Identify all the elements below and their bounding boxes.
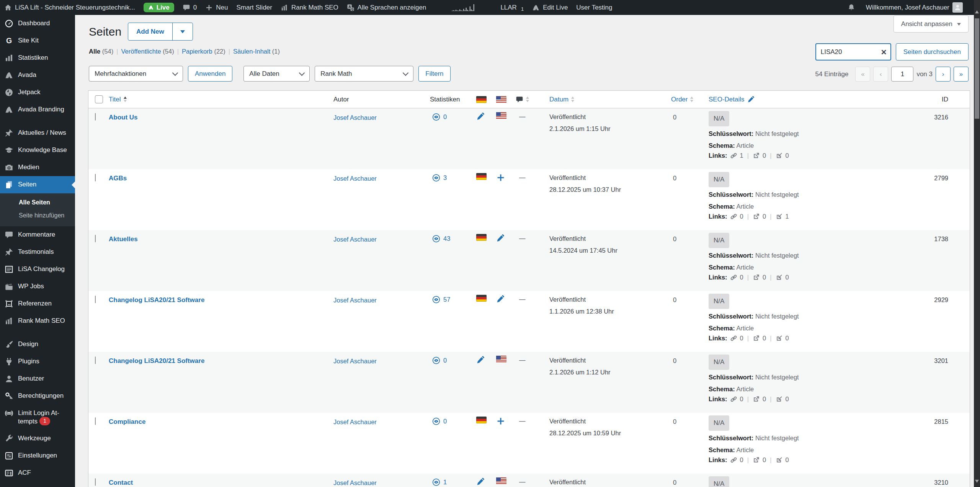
views-stat[interactable]: 0 — [432, 417, 447, 425]
author-link[interactable]: Josef Aschauer — [333, 479, 377, 486]
select-all-checkbox[interactable] — [95, 95, 103, 103]
views-stat[interactable]: 1 — [432, 478, 447, 486]
page-title-link[interactable]: Changelog LiSA20/21 Software — [109, 357, 204, 364]
llar-menu[interactable]: LLAR 1 — [496, 0, 528, 15]
sidebar-item-statistiken[interactable]: Statistiken — [0, 49, 75, 67]
row-checkbox[interactable] — [95, 356, 96, 364]
sidebar-item-referenzen[interactable]: Referenzen — [0, 295, 75, 312]
column-comments[interactable] — [516, 91, 529, 108]
sidebar-item-rank-math-seo[interactable]: Rank Math SEO — [0, 312, 75, 330]
sidebar-item-berechtigungen[interactable]: Berechtigungen — [0, 387, 75, 405]
author-link[interactable]: Josef Aschauer — [333, 297, 377, 304]
sidebar-item-plugins[interactable]: Plugins — [0, 353, 75, 370]
author-link[interactable]: Josef Aschauer — [333, 358, 377, 364]
page-title-link[interactable]: About Us — [109, 114, 138, 121]
sidebar-item-medien[interactable]: Medien — [0, 159, 75, 176]
views-stat[interactable]: 57 — [432, 296, 450, 304]
user-testing-menu[interactable]: User Testing — [572, 0, 616, 15]
page-title-link[interactable]: AGBs — [109, 175, 127, 182]
add-new-button[interactable]: Add New — [128, 23, 172, 40]
languages-menu[interactable]: Alle Sprachen anzeigen — [343, 0, 431, 15]
edit-live-menu[interactable]: Edit Live — [528, 0, 572, 15]
my-account-menu[interactable]: Willkommen, Josef Aschauer — [862, 2, 967, 13]
row-checkbox[interactable] — [95, 296, 96, 303]
screen-options-button[interactable]: Ansicht anpassen — [893, 15, 969, 33]
submenu-item-seite-hinzuf-gen[interactable]: Seite hinzufügen — [0, 209, 75, 222]
notifications-bell[interactable] — [843, 4, 859, 11]
scroll-down-icon[interactable] — [975, 480, 979, 485]
view-filter-papierkorb[interactable]: Papierkorb (22) — [182, 48, 225, 55]
column-order[interactable]: Order — [671, 91, 693, 108]
rank-math-menu[interactable]: Rank Math SEO — [276, 0, 343, 15]
sidebar-item-dashboard[interactable]: Dashboard — [0, 15, 75, 32]
column-date[interactable]: Datum — [549, 91, 574, 108]
add-translation-icon[interactable] — [496, 173, 505, 182]
edit-translation-icon[interactable] — [476, 112, 485, 121]
page-title-link[interactable]: Contact — [109, 479, 133, 486]
author-link[interactable]: Josef Aschauer — [333, 418, 377, 425]
views-stat[interactable]: 0 — [432, 113, 447, 121]
row-checkbox[interactable] — [95, 478, 96, 486]
sidebar-item-lisa-changelog[interactable]: LiSA Changelog — [0, 261, 75, 278]
stats-sparkline[interactable] — [430, 0, 496, 15]
edit-translation-icon[interactable] — [496, 234, 505, 242]
edit-translation-icon[interactable] — [476, 356, 485, 364]
new-content-menu[interactable]: Neu — [201, 0, 232, 15]
column-seo[interactable]: SEO-Details — [709, 91, 755, 108]
scrollbar-thumb[interactable] — [975, 18, 979, 119]
add-translation-icon[interactable] — [496, 417, 505, 426]
sidebar-item-avada-branding[interactable]: Avada Branding — [0, 101, 75, 118]
current-page-input[interactable] — [891, 67, 913, 82]
live-status[interactable]: Live — [139, 0, 178, 15]
view-filter-alle[interactable]: Alle (54) — [89, 48, 113, 55]
sidebar-item-acf[interactable]: ACF — [0, 464, 75, 482]
submenu-item-alle-seiten[interactable]: Alle Seiten — [0, 196, 75, 209]
sidebar-item-benutzer[interactable]: Benutzer — [0, 370, 75, 387]
apply-button[interactable]: Anwenden — [188, 66, 232, 82]
search-pages-button[interactable]: Seiten durchsuchen — [896, 43, 969, 60]
sidebar-item-site-kit[interactable]: Site Kit — [0, 32, 75, 49]
scrollbar[interactable] — [974, 0, 980, 487]
author-link[interactable]: Josef Aschauer — [333, 236, 377, 243]
sidebar-item-einstellungen[interactable]: Einstellungen — [0, 447, 75, 464]
page-title-link[interactable]: Aktuelles — [109, 235, 138, 243]
edit-translation-icon[interactable] — [476, 477, 485, 486]
scroll-up-icon[interactable] — [975, 8, 979, 13]
sidebar-item-design[interactable]: Design — [0, 336, 75, 353]
views-stat[interactable]: 43 — [432, 235, 450, 243]
views-stat[interactable]: 0 — [432, 356, 447, 364]
sidebar-item-werkzeuge[interactable]: Werkzeuge — [0, 430, 75, 447]
page-title-link[interactable]: Compliance — [109, 418, 145, 425]
dates-filter-select[interactable]: Alle Daten — [243, 66, 310, 82]
author-link[interactable]: Josef Aschauer — [333, 114, 377, 121]
sidebar-item-knowledge-base[interactable]: Knowledge Base — [0, 142, 75, 159]
site-menu[interactable]: LiSA Lift - Schneider Steuerungstechnik.… — [0, 0, 139, 15]
row-checkbox[interactable] — [95, 174, 96, 181]
sidebar-item-aktuelles-news[interactable]: Aktuelles / News — [0, 124, 75, 142]
comments-menu[interactable]: 0 — [178, 0, 201, 15]
sidebar-item-wp-jobs[interactable]: WP Jobs — [0, 278, 75, 295]
rank-math-filter-select[interactable]: Rank Math — [315, 66, 413, 82]
add-new-dropdown-toggle[interactable] — [172, 23, 193, 40]
row-checkbox[interactable] — [95, 417, 96, 425]
sidebar-item-testimonials[interactable]: Testimonials — [0, 244, 75, 261]
sidebar-item-avada[interactable]: Avada — [0, 67, 75, 84]
search-input[interactable] — [815, 43, 891, 60]
edit-translation-icon[interactable] — [496, 295, 505, 303]
page-title-link[interactable]: Changelog LiSA20/21 Software — [109, 296, 204, 304]
last-page-button[interactable]: » — [954, 67, 969, 82]
sidebar-item-limit-login-at-tempts[interactable]: Limit Login At-tempts1 — [0, 405, 75, 430]
bulk-actions-select[interactable]: Mehrfachaktionen — [89, 66, 183, 82]
next-page-button[interactable]: › — [936, 67, 951, 82]
smart-slider-menu[interactable]: Smart Slider — [232, 0, 276, 15]
clear-search-icon[interactable]: ✕ — [881, 48, 887, 56]
row-checkbox[interactable] — [95, 235, 96, 242]
author-link[interactable]: Josef Aschauer — [333, 175, 377, 182]
views-stat[interactable]: 3 — [432, 174, 447, 182]
sidebar-item-seiten[interactable]: Seiten — [0, 176, 75, 193]
sidebar-item-kommentare[interactable]: Kommentare — [0, 226, 75, 244]
view-filter-s-ulen-inhalt[interactable]: Säulen-Inhalt (1) — [233, 48, 280, 55]
column-title[interactable]: Titel — [109, 91, 127, 108]
sidebar-item-jetpack[interactable]: Jetpack — [0, 84, 75, 101]
filter-button[interactable]: Filtern — [418, 66, 450, 82]
